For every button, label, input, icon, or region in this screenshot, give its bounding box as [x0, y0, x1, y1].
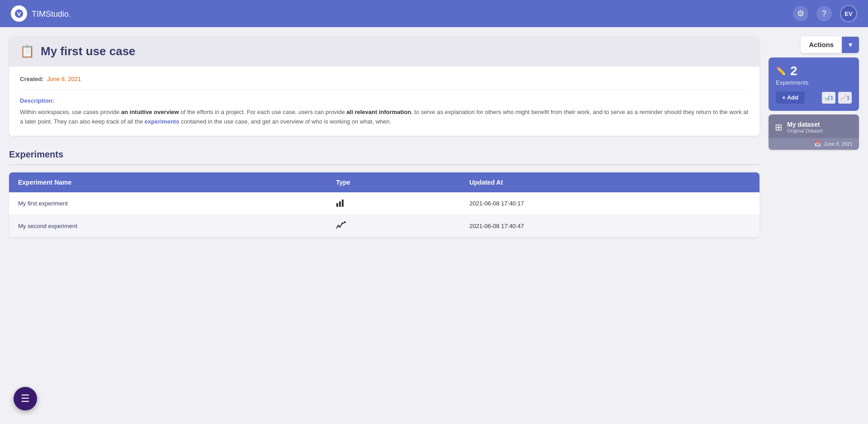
svg-rect-2 — [336, 203, 338, 207]
exp-badge-2: 📈 1 — [838, 92, 852, 104]
fab-menu-button[interactable]: ☰ — [14, 387, 37, 410]
experiment-type-cell — [327, 214, 460, 237]
exp-badges: 📊 1 📈 1 — [822, 92, 852, 104]
actions-btn-row: Actions ▼ — [769, 36, 859, 53]
experiment-name-link[interactable]: My second experiment — [18, 223, 77, 229]
chevron-down-icon: ▼ — [847, 41, 854, 48]
experiment-name-cell: My first experiment — [9, 192, 327, 215]
svg-rect-4 — [342, 200, 344, 207]
svg-point-5 — [337, 225, 339, 227]
svg-point-7 — [341, 223, 343, 224]
experiments-count: 2 — [790, 65, 797, 77]
add-experiment-button[interactable]: + Add — [776, 91, 805, 104]
experiments-sidebar-label: Experiments — [776, 79, 852, 86]
dataset-type: Original Dataset — [787, 128, 853, 133]
svg-point-6 — [339, 226, 341, 228]
logo-icon — [11, 5, 27, 22]
help-button[interactable]: ? — [816, 6, 832, 21]
main-content: 📋 My first use case Created: June 8, 202… — [0, 27, 868, 247]
actions-label-button[interactable]: Actions — [801, 36, 842, 53]
edit-icon: ✏️ — [776, 66, 786, 76]
experiment-type-cell — [327, 192, 460, 215]
app-header: TIMStudio. ⚙ ? EV — [0, 0, 868, 27]
badge-icon-1: 📊 — [824, 95, 830, 100]
dataset-date: June 8, 2021 — [824, 141, 853, 147]
experiment-name-link[interactable]: My first experiment — [18, 200, 68, 207]
dataset-card-header: ⊞ My dataset Original Dataset — [769, 114, 859, 138]
table-row[interactable]: My first experiment2021-06-08 17:40:17 — [9, 192, 760, 215]
experiments-section-title: Experiments — [9, 149, 760, 160]
usecase-body: Created: June 8, 2021 Description: Withi… — [9, 67, 760, 136]
experiments-section: Experiments Experiment Name Type Updated… — [9, 149, 760, 238]
usecase-card: 📋 My first use case Created: June 8, 202… — [9, 36, 760, 136]
dataset-info: My dataset Original Dataset — [787, 121, 853, 133]
grid-icon: ⊞ — [775, 122, 783, 133]
exp-count-row: ✏️ 2 — [776, 65, 852, 77]
usecase-icon: 📋 — [20, 44, 34, 58]
calendar-icon: 📅 — [814, 141, 821, 147]
svg-point-8 — [344, 221, 346, 223]
section-divider — [9, 164, 760, 165]
actions-dropdown-button[interactable]: ▼ — [842, 37, 859, 53]
dataset-footer: 📅 June 8, 2021 — [769, 138, 859, 150]
usecase-card-header: 📋 My first use case — [9, 36, 760, 67]
badge-icon-2: 📈 — [840, 95, 847, 100]
description-text: Within workspaces, use cases provide an … — [20, 108, 749, 127]
svg-rect-3 — [339, 201, 341, 207]
dataset-name: My dataset — [787, 121, 853, 128]
col-name: Experiment Name — [9, 172, 327, 192]
experiment-name-cell: My second experiment — [9, 214, 327, 237]
table-row[interactable]: My second experiment2021-06-08 17:40:47 — [9, 214, 760, 237]
experiment-updated-cell: 2021-06-08 17:40:17 — [460, 192, 760, 215]
exp-badge-1: 📊 1 — [822, 92, 835, 104]
exp-sidebar-actions: + Add 📊 1 📈 1 — [776, 91, 852, 104]
left-panel: 📋 My first use case Created: June 8, 202… — [9, 36, 760, 238]
col-type: Type — [327, 172, 460, 192]
logo: TIMStudio. — [11, 5, 71, 22]
settings-button[interactable]: ⚙ — [793, 6, 808, 21]
logo-text: TIMStudio. — [32, 8, 71, 19]
dataset-card[interactable]: ⊞ My dataset Original Dataset 📅 June 8, … — [769, 114, 859, 150]
table-header-row: Experiment Name Type Updated At — [9, 172, 760, 192]
experiment-updated-cell: 2021-06-08 17:40:47 — [460, 214, 760, 237]
header-actions: ⚙ ? EV — [793, 5, 857, 22]
col-updated: Updated At — [460, 172, 760, 192]
right-sidebar: Actions ▼ ✏️ 2 Experiments + Add 📊 1 — [769, 36, 859, 238]
actions-button-group[interactable]: Actions ▼ — [801, 36, 859, 53]
usecase-title: My first use case — [41, 44, 136, 58]
experiments-sidebar-card: ✏️ 2 Experiments + Add 📊 1 📈 1 — [769, 57, 859, 111]
avatar-button[interactable]: EV — [840, 5, 857, 22]
usecase-created: Created: June 8, 2021 — [20, 76, 749, 90]
svg-point-0 — [15, 10, 23, 18]
description-label: Description: — [20, 97, 749, 104]
svg-point-1 — [19, 14, 20, 16]
experiments-table: Experiment Name Type Updated At My first… — [9, 172, 760, 238]
